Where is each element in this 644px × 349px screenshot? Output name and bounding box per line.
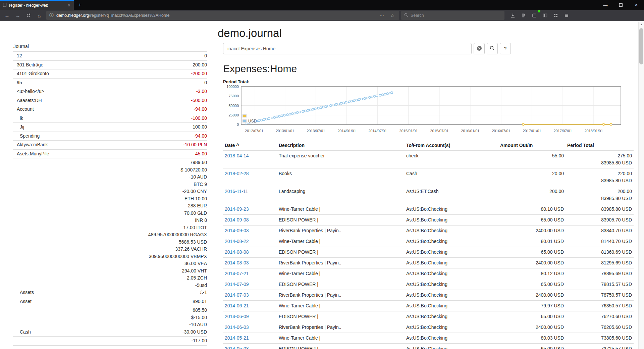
browser-search-bar[interactable]: Search <box>401 11 504 20</box>
balance-amount: £-1 <box>148 289 207 296</box>
grid-icon[interactable] <box>551 11 561 20</box>
account-link[interactable]: 4101 Girokonto <box>13 70 191 78</box>
site-info-icon[interactable]: ⓘ <box>49 12 54 18</box>
date-link[interactable]: 2014-08-03 <box>225 260 249 265</box>
svg-text:2013/01/01: 2013/01/01 <box>276 129 294 133</box>
sidebar-toggle-icon[interactable] <box>540 11 550 20</box>
account-link[interactable]: Aaasets:DH <box>13 97 191 104</box>
balance-amount: ETH 10.00 <box>148 195 207 203</box>
account-link[interactable]: <u>hello</u> <box>13 88 196 95</box>
column-header-description: Description <box>277 140 405 150</box>
extension-icon[interactable] <box>529 11 539 20</box>
account-link[interactable]: lk <box>13 115 191 122</box>
cell-description: RiverBank Properties | Payin.. <box>277 290 405 301</box>
date-link[interactable]: 2016-11-11 <box>225 189 248 194</box>
legend-swatch <box>243 114 247 117</box>
date-link[interactable]: 2014-09-03 <box>225 228 249 233</box>
home-button[interactable]: ⌂ <box>34 11 44 20</box>
new-tab-button[interactable]: + <box>74 0 86 10</box>
cell-date: 2014-05-08 <box>223 344 277 349</box>
browser-tab[interactable]: register - hledger-web × <box>0 0 74 10</box>
svg-text:2015/01/01: 2015/01/01 <box>399 129 418 133</box>
date-link[interactable]: 2014-06-03 <box>225 325 249 330</box>
scroll-up-icon[interactable]: ▲ <box>639 21 644 26</box>
cell-account: As:US:Bo:Checking <box>405 279 498 290</box>
account-link[interactable]: Asets:MunyPile <box>13 150 194 158</box>
account-link[interactable]: Spending <box>13 133 194 140</box>
tab-close-icon[interactable]: × <box>67 3 71 8</box>
column-header-date[interactable]: Date ^ <box>223 140 277 150</box>
query-input[interactable] <box>223 43 472 54</box>
reload-button[interactable] <box>23 11 34 20</box>
cell-amount: 200.00 <box>498 186 566 204</box>
help-button[interactable]: ? <box>500 43 511 54</box>
account-row: Aaasets:DH-500.00 <box>13 96 207 105</box>
sidebar-journal-link[interactable]: Journal <box>13 42 30 51</box>
library-icon[interactable] <box>519 11 529 20</box>
date-link[interactable]: 2014-06-21 <box>225 303 249 308</box>
account-row: Assets7989.60$-100720.00-10 AUDBTC 9-20.… <box>13 158 207 297</box>
period-total-line: 220.00 <box>567 170 632 177</box>
clear-query-button[interactable] <box>474 43 485 54</box>
cell-period-total: 83840.70 USD <box>566 226 634 236</box>
account-link[interactable]: 12 <box>13 52 204 60</box>
account-link[interactable]: Account <box>13 106 194 113</box>
account-link[interactable]: Cash <box>13 329 182 336</box>
register-row: 2014-09-03RiverBank Properties | Payin..… <box>223 226 634 236</box>
cell-period-total: 83985.80 USD <box>566 204 634 215</box>
bookmark-star-icon[interactable]: ☆ <box>388 13 396 18</box>
date-link[interactable]: 2014-07-21 <box>225 271 249 276</box>
minimize-button[interactable]: — <box>598 0 613 10</box>
date-link[interactable]: 2018-02-28 <box>225 171 249 176</box>
date-link[interactable]: 2014-09-23 <box>225 206 249 212</box>
balance-amount: -10 AUD <box>148 173 207 181</box>
cell-period-total: 76205.60 USD <box>566 322 634 333</box>
date-link[interactable]: 2014-09-08 <box>225 217 249 222</box>
svg-text:2017/07/01: 2017/07/01 <box>553 129 572 133</box>
page-actions-icon[interactable]: ⋯ <box>378 13 386 18</box>
page-scrollbar[interactable]: ▲ <box>638 21 644 349</box>
account-link[interactable]: Aktywa:mBank <box>13 141 183 149</box>
cell-description: Wine-Tarner Cable | <box>277 301 405 311</box>
date-link[interactable]: 2014-07-03 <box>225 292 249 298</box>
date-link[interactable]: 2014-08-08 <box>225 249 249 255</box>
close-button[interactable]: × <box>629 0 644 10</box>
forward-button[interactable]: → <box>13 11 23 20</box>
date-link[interactable]: 2014-08-22 <box>225 239 249 244</box>
date-link[interactable]: 2014-05-21 <box>225 335 249 341</box>
date-link[interactable]: 2014-05-08 <box>225 346 249 349</box>
submit-query-button[interactable] <box>487 43 498 54</box>
date-link[interactable]: 2014-07-09 <box>225 282 249 287</box>
scrollbar-thumb[interactable] <box>639 28 643 64</box>
register-row: 2018-02-28BooksCash20.00220.0083985.80 U… <box>223 168 634 186</box>
cell-amount: 80.03 USD <box>498 333 566 344</box>
balance-amount: -200.00 <box>191 70 207 78</box>
back-button[interactable]: ← <box>2 11 12 20</box>
restore-button[interactable] <box>613 0 629 10</box>
cell-period-total: 81440.70 USD <box>566 236 634 247</box>
download-icon[interactable] <box>508 11 518 20</box>
account-link[interactable]: 301 Beiträge <box>13 61 193 69</box>
date-link[interactable]: 2018-04-14 <box>225 153 249 158</box>
url-bar[interactable]: ⓘ demo.hledger.org/register?q=inacct%3AE… <box>46 11 399 20</box>
register-chart[interactable]: 2012/07/012013/01/012013/07/012014/01/01… <box>223 85 623 136</box>
cell-account: As:US:ET:Cash <box>405 186 498 204</box>
period-total-line: 73725.57 USD <box>567 345 632 349</box>
balance-amount: -10 AUD <box>182 321 207 329</box>
balance-amount: -94.00 <box>194 133 207 140</box>
cell-period-total: 78815.57 USD <box>566 279 634 290</box>
balance-amount: -30.00 USD <box>182 329 207 336</box>
period-total-line: 83840.70 USD <box>567 227 632 234</box>
legend-swatch <box>243 119 247 122</box>
menu-icon[interactable] <box>561 11 572 20</box>
account-link[interactable]: Assets <box>13 289 148 296</box>
account-link[interactable]: Asset <box>13 298 193 305</box>
cell-account: As:US:Bo:Checking <box>405 226 498 236</box>
account-link[interactable]: 95 <box>13 79 204 87</box>
account-balance: -100.00 <box>191 115 207 122</box>
account-link[interactable]: Jij <box>13 123 193 131</box>
cell-account: As:US:Bo:Checking <box>405 301 498 311</box>
cell-period-total: 78895.69 USD <box>566 268 634 279</box>
date-link[interactable]: 2014-06-09 <box>225 314 249 319</box>
search-placeholder: Search <box>411 13 424 18</box>
